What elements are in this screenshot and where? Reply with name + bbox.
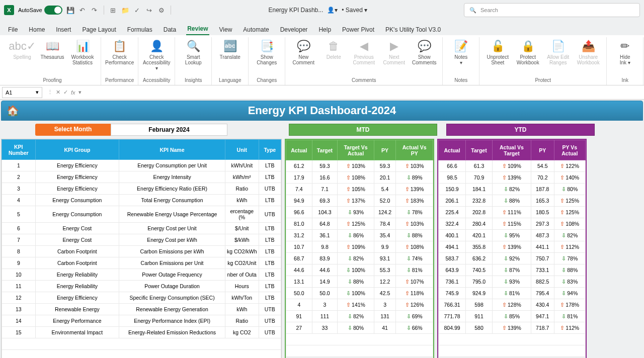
table-row[interactable]: 17.916.6⇧ 108%20.1⇩ 89% — [286, 172, 433, 184]
ribbon-show-changes[interactable]: 📑ShowChanges — [253, 39, 281, 65]
table-row[interactable]: 150.9184.1⇩ 82%187.8⇩ 80% — [439, 184, 586, 195]
table-row[interactable]: 225.4202.8⇧ 111%180.5⇧ 125% — [439, 207, 586, 218]
table-row[interactable]: 81.064.8⇧ 125%78.4⇧ 103% — [286, 218, 433, 230]
tab-automate[interactable]: Automate — [242, 24, 270, 35]
ribbon-notes-[interactable]: 📝Notes▾ — [447, 39, 475, 65]
dashboard-title: 🏠 Energy KPI Dashboard-2024 — [1, 101, 643, 121]
tab-developer[interactable]: Developer — [279, 24, 309, 35]
table-row[interactable]: 766.31598⇧ 128%430.4⇧ 178% — [439, 299, 586, 311]
table-row[interactable]: 736.1795.0⇩ 93%882.5⇩ 83% — [439, 276, 586, 288]
tab-home[interactable]: Home — [28, 24, 46, 35]
search-input[interactable]: 🔍 Search — [464, 3, 640, 17]
qat-icon-2[interactable]: 📁 — [121, 6, 129, 14]
table-row[interactable]: 91111⇩ 82%131⇩ 69% — [286, 311, 433, 322]
table-row[interactable]: 13Renewable EnergyRenewable Energy Gener… — [2, 304, 281, 315]
kpi-table: KPINumberKPI GroupKPI NameUnitType1Energ… — [1, 139, 282, 358]
table-row[interactable]: 2Energy EfficiencyEnergy IntensitykWh/m²… — [2, 171, 281, 183]
table-row[interactable]: 745.9924.9⇩ 81%795.4⇩ 94% — [439, 288, 586, 299]
dashboard-area: 🏠 Energy KPI Dashboard-2024 Select Month… — [0, 100, 644, 358]
table-row[interactable]: 8Carbon FootprintCarbon Emissions per kW… — [2, 246, 281, 257]
save-icon[interactable]: 💾 — [66, 6, 74, 14]
table-row[interactable]: 96.6104.3⇩ 93%124.2⇩ 78% — [286, 207, 433, 218]
table-row[interactable]: 66.661.3⇧ 109%54.5⇧ 122% — [439, 160, 586, 172]
table-row[interactable]: 31.236.1⇩ 86%35.4⇩ 88% — [286, 230, 433, 241]
ribbon-protect-workbook[interactable]: 🔒ProtectWorkbook — [514, 39, 542, 65]
ribbon-new-comment[interactable]: 💬NewComment — [289, 39, 317, 65]
table-row[interactable]: 15Environmental ImpactEnergy-Related Emi… — [2, 327, 281, 338]
undo-icon[interactable]: ↶ — [78, 6, 87, 14]
qat-icon-3[interactable]: ✓ — [133, 6, 141, 14]
redo-icon[interactable]: ↷ — [91, 6, 99, 14]
table-row[interactable]: 400.1420.1⇩ 95%487.3⇩ 82% — [439, 230, 586, 241]
month-selector: Select Month February 2024 — [1, 124, 227, 136]
ribbon-check-accessibility-[interactable]: 👤CheckAccessibility ▾ — [142, 39, 171, 71]
table-row[interactable]: 43⇧ 141%3⇧ 126% — [286, 299, 433, 311]
ribbon-translate[interactable]: 🔤Translate — [216, 39, 244, 60]
formula-bar[interactable]: ⋮✕✓fx▾ — [44, 89, 85, 96]
tab-data[interactable]: Data — [163, 24, 177, 35]
user-icon: 👤▾ — [327, 7, 338, 14]
tab-formulas[interactable]: Formulas — [126, 24, 153, 35]
table-row[interactable]: 13.114.9⇩ 88%12.2⇧ 107% — [286, 276, 433, 288]
ribbon: abc✓Spelling📖Thesaurus📊WorkbookStatistic… — [0, 35, 644, 85]
month-value[interactable]: February 2024 — [111, 124, 227, 136]
table-row[interactable]: 643.9740.5⇩ 87%733.1⇩ 88% — [439, 264, 586, 276]
tab-pk-s-utility-tool-v-[interactable]: PK's Utility Tool V3.0 — [384, 24, 442, 35]
autosave-toggle[interactable]: AutoSave — [18, 6, 62, 15]
ribbon-workbook-statistics[interactable]: 📊WorkbookStatistics — [68, 39, 97, 65]
table-row[interactable]: 44.644.6⇩ 100%55.3⇩ 81% — [286, 264, 433, 276]
ribbon-tabs: FileHomeInsertPage LayoutFormulasDataRev… — [0, 20, 644, 35]
toggle-on-icon[interactable] — [44, 6, 62, 15]
ribbon-thesaurus[interactable]: 📖Thesaurus — [38, 39, 66, 60]
table-row[interactable]: 11Energy ReliabilityPower Outage Duratio… — [2, 281, 281, 292]
table-row[interactable]: 7Energy CostEnergy Cost per kWh$/kWhLTB — [2, 234, 281, 246]
tab-power-pivot[interactable]: Power Pivot — [341, 24, 375, 35]
table-row[interactable]: 5Energy ConsumptionRenewable Energy Usag… — [2, 206, 281, 223]
ribbon-hide-ink-[interactable]: ✏HideInk ▾ — [611, 39, 639, 65]
table-row[interactable]: 494.1355.8⇧ 139%441.1⇧ 112% — [439, 241, 586, 253]
home-icon[interactable]: 🏠 — [7, 105, 19, 117]
ribbon-unshare-workbook: 📤UnshareWorkbook — [574, 39, 602, 65]
table-row[interactable]: 1Energy EfficiencyEnergy Consumption per… — [2, 160, 281, 171]
table-row[interactable]: 9Carbon FootprintCarbon Emissions per Un… — [2, 257, 281, 269]
table-row[interactable]: 68.783.9⇩ 82%93.1⇩ 74% — [286, 253, 433, 264]
qat-icon-4[interactable]: ↪ — [145, 6, 153, 14]
table-row[interactable]: 98.570.9⇧ 139%70.2⇧ 140% — [439, 172, 586, 184]
search-icon: 🔍 — [469, 7, 476, 14]
qat-icon-5[interactable]: ⚙ — [157, 6, 166, 14]
tab-file[interactable]: File — [7, 24, 19, 35]
mtd-table: ActualTargetTarget VsActualPYActual VsPY… — [285, 139, 434, 358]
tab-review[interactable]: Review — [186, 23, 209, 35]
table-row[interactable]: 322.4280.4⇧ 115%297.3⇧ 108% — [439, 218, 586, 230]
table-row[interactable]: 14Energy PerformanceEnergy Performance I… — [2, 315, 281, 327]
table-row[interactable]: 2733⇩ 80%41⇩ 66% — [286, 322, 433, 334]
ribbon-show-comments[interactable]: 💬ShowComments — [410, 39, 438, 65]
table-row[interactable]: 804.99580⇧ 139%718.7⇧ 112% — [439, 322, 586, 334]
table-row[interactable]: 12Energy EfficiencySpecific Energy Consu… — [2, 292, 281, 304]
name-box[interactable]: A1▾ — [2, 87, 42, 98]
table-row[interactable]: 94.969.3⇧ 137%52.0⇧ 183% — [286, 195, 433, 207]
table-row[interactable]: 10Energy ReliabilityPower Outage Frequen… — [2, 269, 281, 281]
table-row[interactable]: 50.050.0⇩ 100%42.5⇧ 118% — [286, 288, 433, 299]
tab-help[interactable]: Help — [317, 24, 332, 35]
table-row[interactable]: 4Energy ConsumptionTotal Energy Consumpt… — [2, 195, 281, 206]
table-row[interactable]: 61.259.3⇧ 103%59.3⇧ 103% — [286, 160, 433, 172]
document-title: Energy KPI Dashb... 👤▾ • Saved ▾ — [269, 7, 368, 14]
table-row[interactable]: 6Energy CostEnergy Cost per Unit$/UnitLT… — [2, 223, 281, 234]
ribbon-previous-comment: ◀PreviousComment — [350, 39, 378, 65]
ribbon-smart-lookup[interactable]: 🔍SmartLookup — [179, 39, 207, 65]
ribbon-check-performance[interactable]: 📋CheckPerformance — [106, 39, 134, 65]
ribbon-allow-edit-ranges: 📄Allow EditRanges — [544, 39, 572, 65]
table-row[interactable]: 7.47.1⇧ 105%5.4⇧ 139% — [286, 184, 433, 195]
tab-insert[interactable]: Insert — [55, 24, 72, 35]
table-row[interactable]: 583.7636.2⇩ 92%750.7⇩ 78% — [439, 253, 586, 264]
table-row[interactable]: 10.79.8⇧ 109%9.9⇧ 108% — [286, 241, 433, 253]
table-row[interactable]: 771.78911⇩ 85%947.1⇩ 81% — [439, 311, 586, 322]
ribbon-delete: 🗑Delete — [319, 39, 348, 60]
qat-icon-1[interactable]: ⊞ — [109, 6, 117, 14]
ribbon-unprotect-sheet[interactable]: 🔓UnprotectSheet — [484, 39, 512, 65]
tab-view[interactable]: View — [218, 24, 233, 35]
tab-page-layout[interactable]: Page Layout — [81, 24, 117, 35]
table-row[interactable]: 206.1232.8⇩ 88%165.3⇧ 125% — [439, 195, 586, 207]
table-row[interactable]: 3Energy EfficiencyEnergy Efficiency Rati… — [2, 183, 281, 195]
